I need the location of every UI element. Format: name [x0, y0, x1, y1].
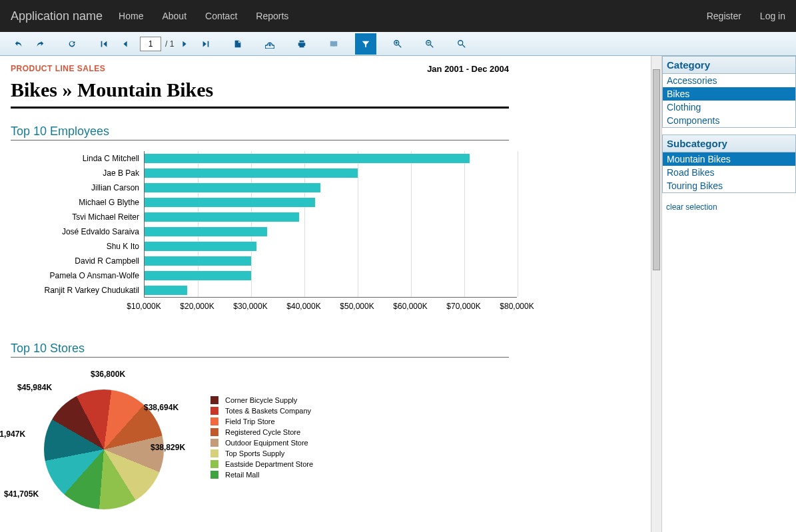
- x-axis-tick: $40,000K: [286, 302, 320, 311]
- filter-subcategory-item[interactable]: Touring Bikes: [663, 179, 795, 192]
- legend-label: Outdoor Equipment Store: [225, 439, 308, 447]
- book-button[interactable]: [323, 33, 344, 55]
- legend-swatch: [210, 471, 218, 479]
- export-document-button[interactable]: [227, 33, 248, 55]
- legend-item: Top Sports Supply: [210, 449, 313, 457]
- nav-reports[interactable]: Reports: [256, 11, 288, 21]
- filter-category-heading: Category: [662, 56, 796, 74]
- page-number-input[interactable]: [140, 37, 161, 51]
- filter-button[interactable]: [355, 33, 376, 55]
- nav-home[interactable]: Home: [119, 11, 143, 21]
- nav-register[interactable]: Register: [707, 11, 741, 21]
- legend-swatch: [210, 439, 218, 447]
- x-axis-tick: $30,000K: [233, 302, 267, 311]
- pie-slice-label: $38,694K: [144, 403, 179, 412]
- report-viewport[interactable]: Jan 2001 - Dec 2004 PRODUCT LINE SALES B…: [0, 56, 651, 532]
- x-axis-tick: $80,000K: [500, 302, 534, 311]
- filter-subcategory-heading: Subcategory: [662, 134, 796, 152]
- first-page-button[interactable]: [93, 33, 115, 55]
- stores-pie-chart: $36,800K$38,694K$38,829K$41,705K$41,947K…: [11, 376, 509, 509]
- legend-swatch: [210, 407, 218, 415]
- zoom-in-button[interactable]: [387, 33, 408, 55]
- filter-category-item[interactable]: Accessories: [663, 74, 795, 87]
- legend-swatch: [210, 428, 218, 436]
- svg-point-2: [458, 40, 463, 45]
- bar: [145, 198, 315, 207]
- legend-item: Totes & Baskets Company: [210, 407, 313, 415]
- filter-category-item[interactable]: Clothing: [663, 101, 795, 114]
- legend-swatch: [210, 396, 218, 404]
- print-button[interactable]: [291, 33, 312, 55]
- legend-item: Eastside Department Store: [210, 460, 313, 468]
- bar: [145, 271, 251, 280]
- filter-category-item[interactable]: Components: [663, 114, 795, 127]
- section-employees-heading: Top 10 Employees: [11, 125, 509, 138]
- report-title: Bikes » Mountain Bikes: [11, 79, 509, 101]
- bar-category-label: Pamela O Ansman-Wolfe: [49, 271, 145, 280]
- bar-category-label: Michael G Blythe: [79, 198, 145, 207]
- legend-item: Retail Mall: [210, 471, 313, 479]
- legend-label: Corner Bicycle Supply: [225, 396, 297, 404]
- x-axis-tick: $10,000K: [127, 302, 161, 311]
- zoom-out-button[interactable]: [419, 33, 440, 55]
- legend-item: Outdoor Equipment Store: [210, 439, 313, 447]
- legend-label: Eastside Department Store: [225, 460, 313, 468]
- title-divider: [11, 107, 509, 109]
- legend-item: Corner Bicycle Supply: [210, 396, 313, 404]
- legend-swatch: [210, 449, 218, 457]
- last-page-button[interactable]: [195, 33, 216, 55]
- section-divider: [11, 140, 509, 140]
- filter-panel: Category AccessoriesBikesClothingCompone…: [661, 56, 796, 532]
- top-navbar: Application name Home About Contact Repo…: [0, 0, 796, 32]
- nav-about[interactable]: About: [162, 11, 187, 21]
- legend-item: Field Trip Store: [210, 417, 313, 425]
- pie-slice-label: $41,947K: [0, 429, 25, 439]
- vertical-scrollbar[interactable]: [651, 56, 661, 532]
- page-total: / 1: [165, 39, 174, 49]
- bar-category-label: José Edvaldo Saraiva: [62, 227, 145, 236]
- bar-category-label: Jae B Pak: [103, 168, 145, 178]
- search-button[interactable]: [451, 33, 472, 55]
- report-date-range: Jan 2001 - Dec 2004: [427, 64, 509, 74]
- legend-item: Registered Cycle Store: [210, 428, 313, 436]
- bar: [145, 212, 299, 222]
- pie-slice-label: $45,984K: [17, 383, 52, 392]
- x-axis-tick: $50,000K: [340, 302, 374, 311]
- undo-button[interactable]: [8, 33, 29, 55]
- bar: [145, 183, 320, 192]
- filter-subcategory-item[interactable]: Mountain Bikes: [663, 152, 795, 166]
- bar-category-label: David R Campbell: [75, 256, 145, 266]
- bar: [145, 256, 251, 266]
- section-stores-heading: Top 10 Stores: [11, 342, 509, 356]
- nav-login[interactable]: Log in: [760, 11, 785, 21]
- legend-label: Registered Cycle Store: [225, 428, 300, 436]
- legend-label: Field Trip Store: [225, 417, 275, 425]
- next-page-button[interactable]: [174, 33, 195, 55]
- x-axis-tick: $60,000K: [393, 302, 427, 311]
- download-button[interactable]: [259, 33, 280, 55]
- bar-category-label: Ranjit R Varkey Chudukatil: [44, 286, 145, 295]
- bar: [145, 227, 267, 236]
- pie-slice-label: $41,705K: [4, 489, 39, 499]
- legend-swatch: [210, 460, 218, 468]
- section-divider: [11, 357, 509, 358]
- x-axis-tick: $70,000K: [446, 302, 480, 311]
- bar-category-label: Jillian Carson: [91, 183, 145, 192]
- filter-subcategory-item[interactable]: Road Bikes: [663, 166, 795, 179]
- app-brand[interactable]: Application name: [11, 9, 103, 23]
- refresh-button[interactable]: [61, 33, 83, 55]
- x-axis-tick: $20,000K: [180, 302, 214, 311]
- bar-category-label: Shu K Ito: [107, 242, 145, 251]
- bar-category-label: Linda C Mitchell: [83, 154, 145, 163]
- filter-category-item[interactable]: Bikes: [663, 87, 795, 101]
- report-toolbar: / 1: [0, 32, 796, 56]
- legend-label: Totes & Baskets Company: [225, 407, 311, 415]
- clear-selection-link[interactable]: clear selection: [662, 200, 796, 214]
- employees-bar-chart: Linda C MitchellJae B PakJillian CarsonM…: [11, 151, 509, 315]
- pie-slice-label: $38,829K: [151, 443, 185, 452]
- bar: [145, 286, 187, 295]
- bar: [145, 168, 358, 178]
- prev-page-button[interactable]: [115, 33, 136, 55]
- redo-button[interactable]: [29, 33, 51, 55]
- nav-contact[interactable]: Contact: [205, 11, 237, 21]
